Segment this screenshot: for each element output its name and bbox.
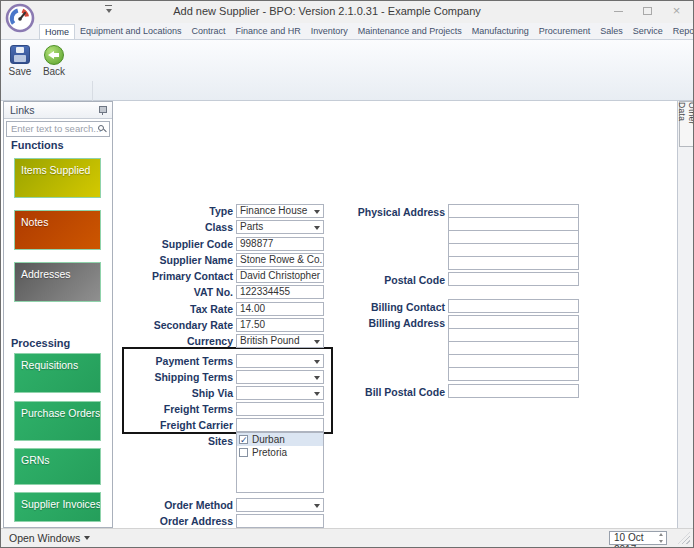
back-button[interactable]: Back: [38, 42, 70, 92]
chevron-down-icon: [314, 504, 320, 508]
type-dropdown[interactable]: Finance House: [236, 204, 324, 218]
physical-address-line-3[interactable]: [448, 230, 579, 244]
physical-address-line-4[interactable]: [448, 243, 579, 257]
date-spinner[interactable]: [657, 533, 665, 543]
tab-service[interactable]: Service: [628, 23, 668, 39]
tab-procurement[interactable]: Procurement: [534, 23, 596, 39]
chevron-down-icon: [314, 376, 320, 380]
supplier-code-label: Supplier Code: [120, 237, 233, 251]
ribbon: Save Back Process: [1, 39, 693, 101]
tab-manufacturing[interactable]: Manufacturing: [467, 23, 534, 39]
postal-code-input[interactable]: [448, 272, 579, 286]
secondary-rate-input[interactable]: 17.50: [236, 318, 324, 332]
tab-home[interactable]: Home: [39, 24, 75, 39]
processing-section-title: Processing: [11, 337, 70, 349]
tab-other-data[interactable]: Other Data: [679, 101, 694, 147]
grns-button[interactable]: GRNs: [14, 448, 101, 485]
chevron-down-icon: [314, 210, 320, 214]
maximize-icon: [643, 7, 652, 15]
bill-postal-code-input[interactable]: [448, 384, 579, 398]
primary-contact-input[interactable]: David Christopher: [236, 269, 324, 283]
addresses-button[interactable]: Addresses: [14, 262, 101, 302]
search-icon: [98, 125, 104, 131]
freight-terms-input[interactable]: [236, 402, 324, 416]
items-supplied-button[interactable]: Items Supplied: [14, 158, 101, 198]
pin-icon[interactable]: [98, 106, 107, 115]
ribbon-tab-bar: Home Equipment and Locations Contract Fi…: [1, 23, 693, 39]
freight-carrier-label: Freight Carrier: [120, 418, 233, 432]
back-button-label: Back: [38, 66, 70, 77]
date-editor[interactable]: 10 Oct 2017: [609, 531, 667, 545]
links-panel-title: Links: [10, 104, 35, 116]
checkbox-unchecked-icon[interactable]: [239, 448, 248, 457]
app-logo-icon: [5, 3, 35, 33]
billing-address-line-5[interactable]: [448, 367, 579, 381]
supplier-code-input[interactable]: 998877: [236, 237, 324, 251]
order-method-dropdown[interactable]: [236, 498, 324, 512]
billing-address-label: Billing Address: [332, 316, 445, 330]
maximize-button[interactable]: [633, 1, 662, 21]
requisitions-button[interactable]: Requisitions: [14, 353, 101, 393]
secondary-rate-label: Secondary Rate: [120, 318, 233, 332]
tax-rate-input[interactable]: 14.00: [236, 302, 324, 316]
order-method-label: Order Method: [120, 498, 233, 512]
chevron-down-icon: [314, 392, 320, 396]
physical-address-line-2[interactable]: [448, 217, 579, 231]
purchase-orders-button[interactable]: Purchase Orders: [14, 401, 101, 441]
physical-address-line-1[interactable]: [448, 204, 579, 218]
vat-no-input[interactable]: 122334455: [236, 285, 324, 299]
chevron-down-icon: [314, 360, 320, 364]
supplier-name-input[interactable]: Stone Rowe & Co.: [236, 253, 324, 267]
minimize-button[interactable]: [604, 1, 633, 21]
tax-rate-label: Tax Rate: [120, 302, 233, 316]
back-arrow-icon: [44, 45, 64, 65]
sites-listbox[interactable]: Durban Pretoria: [236, 432, 324, 493]
sites-label: Sites: [120, 434, 233, 448]
tab-finance-and-hr[interactable]: Finance and HR: [231, 23, 306, 39]
supplier-invoices-button[interactable]: Supplier Invoices: [14, 492, 101, 522]
billing-address-line-4[interactable]: [448, 354, 579, 368]
currency-dropdown[interactable]: British Pound: [236, 334, 324, 348]
ship-via-dropdown[interactable]: [236, 386, 324, 400]
search-input[interactable]: Enter text to search...: [6, 121, 110, 137]
save-button-label: Save: [4, 66, 36, 77]
payment-terms-dropdown[interactable]: [236, 354, 324, 368]
close-button[interactable]: ×: [662, 1, 691, 21]
app-window: Add new Supplier - BPO: Version 2.1.0.31…: [0, 0, 694, 548]
billing-contact-input[interactable]: [448, 299, 579, 313]
minimize-icon: [614, 11, 623, 12]
checkbox-checked-icon[interactable]: [239, 435, 248, 444]
billing-address-line-3[interactable]: [448, 341, 579, 355]
freight-carrier-input[interactable]: [236, 418, 324, 432]
tab-contract[interactable]: Contract: [187, 23, 231, 39]
save-button[interactable]: Save: [4, 42, 36, 92]
tab-equipment-and-locations[interactable]: Equipment and Locations: [75, 23, 187, 39]
tab-reporting[interactable]: Reporting: [668, 23, 693, 39]
supplier-name-label: Supplier Name: [120, 253, 233, 267]
links-panel-header: Links: [4, 102, 112, 119]
tab-sales[interactable]: Sales: [595, 23, 628, 39]
status-bar: Open Windows 10 Oct 2017: [1, 528, 693, 547]
billing-address-line-1[interactable]: [448, 315, 579, 329]
class-label: Class: [120, 220, 233, 234]
open-windows-button[interactable]: Open Windows: [9, 532, 90, 544]
billing-address-line-2[interactable]: [448, 328, 579, 342]
window-title: Add new Supplier - BPO: Version 2.1.0.31…: [61, 5, 593, 17]
shipping-terms-label: Shipping Terms: [120, 370, 233, 384]
order-address-input[interactable]: [236, 514, 324, 528]
physical-address-label: Physical Address: [332, 205, 445, 219]
currency-label: Currency: [120, 334, 233, 348]
resize-grip[interactable]: [678, 532, 690, 544]
vat-no-label: VAT No.: [120, 285, 233, 299]
physical-address-line-5[interactable]: [448, 256, 579, 270]
notes-button[interactable]: Notes: [14, 210, 101, 250]
type-label: Type: [120, 204, 233, 218]
shipping-terms-dropdown[interactable]: [236, 370, 324, 384]
tab-inventory[interactable]: Inventory: [306, 23, 353, 39]
tab-maintenance-and-projects[interactable]: Maintenance and Projects: [353, 23, 467, 39]
class-dropdown[interactable]: Parts: [236, 220, 324, 234]
site-option-durban[interactable]: Durban: [237, 433, 323, 446]
close-icon: ×: [673, 5, 681, 17]
ship-via-label: Ship Via: [120, 386, 233, 400]
site-option-pretoria[interactable]: Pretoria: [237, 446, 323, 459]
